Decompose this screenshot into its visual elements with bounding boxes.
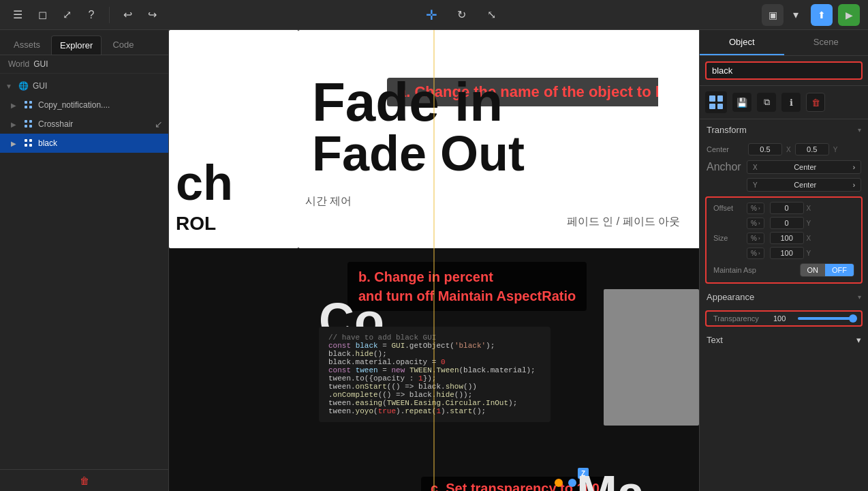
- center-x-input[interactable]: [748, 143, 782, 155]
- transform-section-header[interactable]: Transform ▾: [700, 119, 868, 140]
- appearance-red-section: Transparency 100: [705, 310, 863, 327]
- dots-icon: [22, 136, 35, 150]
- appearance-section-header[interactable]: Appearance ▾: [700, 286, 868, 308]
- size-y-pct-symbol: %: [751, 250, 757, 257]
- size-y-input[interactable]: [770, 247, 804, 259]
- layout-button[interactable]: ▣: [762, 4, 784, 26]
- canvas-area: ch ROL a. Change the name of the object …: [169, 30, 699, 491]
- offset-y-row: % › Y: [707, 215, 861, 230]
- code-line-comment: // have to add black GUI: [328, 333, 541, 342]
- tab-code[interactable]: Code: [104, 35, 142, 55]
- world-row: World GUI: [0, 55, 168, 74]
- expand-icon[interactable]: ▶: [11, 140, 22, 147]
- transparency-row: Transparency 100: [707, 312, 861, 325]
- right-panel: Object Scene 💾 ⧉ ℹ 🗑 Transform ▾ Center …: [699, 30, 868, 491]
- tab-object[interactable]: Object: [700, 30, 784, 55]
- toolbar: ☰ ◻ ⤢ ? ↩ ↪ ✛ ↻ ⤡ ▣ ▾ ⬆ ▶: [0, 0, 868, 30]
- offset-pct-badge[interactable]: % ›: [747, 203, 764, 214]
- globe-icon: 🌐: [16, 79, 30, 93]
- info-icon-btn[interactable]: ℹ: [781, 93, 801, 112]
- pct-symbol-2: %: [751, 220, 757, 227]
- size-y-axis: Y: [807, 250, 811, 257]
- offset-y-pct-badge[interactable]: % ›: [747, 218, 764, 229]
- offset-x-axis: X: [807, 205, 811, 212]
- anchor-y-select[interactable]: Y Center ›: [747, 178, 861, 192]
- tab-assets[interactable]: Assets: [5, 35, 48, 55]
- size-y-row: % › Y: [707, 246, 861, 261]
- anchor-x-select[interactable]: X Center ›: [747, 160, 861, 174]
- camera-icon[interactable]: ◻: [33, 5, 52, 25]
- size-y-pct-badge[interactable]: % ›: [747, 248, 764, 259]
- shrink-icon[interactable]: ⤡: [482, 5, 501, 25]
- blue-dot: [568, 479, 576, 487]
- tree-label-crosshair: Crosshair: [38, 119, 73, 129]
- crosshair-arrow: ↙: [155, 119, 163, 130]
- redo-button[interactable]: ↪: [142, 5, 161, 25]
- size-x-row: Size % › X: [707, 230, 861, 246]
- pct-y-chevron: ›: [758, 220, 760, 226]
- left-tabs: Assets Explorer Code: [0, 30, 168, 55]
- chevron-down-icon[interactable]: ▾: [786, 5, 805, 25]
- world-label: World: [8, 59, 29, 69]
- canvas-sigan: 시간 제어: [305, 194, 352, 209]
- expand-icon[interactable]: ⤢: [57, 5, 76, 25]
- publish-button[interactable]: ⬆: [811, 4, 833, 26]
- name-input[interactable]: [705, 61, 863, 80]
- dots-icon: [22, 117, 35, 131]
- refresh-icon[interactable]: ↻: [452, 5, 471, 25]
- transparency-slider-fill: [798, 317, 854, 320]
- copy-icon-btn[interactable]: ⧉: [757, 93, 776, 112]
- save-icon-btn[interactable]: 💾: [732, 93, 751, 112]
- expand-icon[interactable]: ▶: [11, 102, 22, 109]
- maintain-toggle[interactable]: ON OFF: [800, 263, 855, 277]
- canvas-korean: 페이드 인 / 페이드 아웃: [567, 215, 680, 229]
- transparency-slider-track[interactable]: [798, 317, 854, 320]
- size-x-input[interactable]: [770, 232, 804, 244]
- offset-y-input[interactable]: [770, 217, 804, 229]
- x-axis-label: X: [786, 146, 791, 153]
- code-line-2: black.hide();: [328, 350, 541, 358]
- expand-icon[interactable]: ▶: [11, 121, 22, 128]
- offset-x-row: Offset % › X: [707, 200, 861, 215]
- text-chevron: ▾: [856, 335, 861, 345]
- transform-red-section: Offset % › X % › Y Size: [705, 196, 863, 284]
- offset-x-input[interactable]: [770, 202, 804, 214]
- anchor-x-chevron: ›: [853, 164, 855, 171]
- tab-explorer[interactable]: Explorer: [51, 35, 102, 55]
- appearance-label: Appearance: [707, 292, 754, 302]
- code-line-8: tween.easing(TWEEN.Easing.Circular.InOut…: [328, 399, 541, 407]
- tree-item-copy-notification[interactable]: ▶ Copy_notification....: [0, 95, 168, 115]
- appearance-chevron: ▾: [858, 293, 861, 301]
- code-line-3: black.material.opacity = 0: [328, 358, 541, 366]
- tree-item-gui[interactable]: ▼ 🌐 GUI: [0, 76, 168, 95]
- tree-item-black[interactable]: ▶ black: [0, 134, 168, 153]
- anchor-x-axis: X: [753, 164, 758, 171]
- code-line-7: .onComplete(() => black.hide());: [328, 391, 541, 399]
- toggle-off[interactable]: OFF: [825, 264, 854, 276]
- transparency-slider-thumb[interactable]: [849, 314, 857, 323]
- play-button[interactable]: ▶: [838, 4, 860, 26]
- tree-label-gui: GUI: [33, 81, 47, 91]
- trash-icon[interactable]: 🗑: [80, 475, 89, 486]
- text-section-header[interactable]: Text ▾: [700, 329, 868, 351]
- tab-scene[interactable]: Scene: [784, 30, 869, 55]
- tree-label-black: black: [38, 138, 57, 148]
- toggle-on[interactable]: ON: [801, 264, 826, 276]
- orange-dot: [555, 479, 563, 487]
- code-line-4: const tween = new TWEEN.Tween(black.mate…: [328, 366, 541, 374]
- help-icon[interactable]: ?: [82, 5, 101, 25]
- undo-button[interactable]: ↩: [118, 5, 137, 25]
- grid-icon: [705, 91, 727, 113]
- canvas-fade-out: Fade Out: [312, 125, 525, 181]
- maintain-label: Maintain Asp: [713, 266, 794, 274]
- delete-icon-btn[interactable]: 🗑: [806, 93, 825, 112]
- size-pct-badge[interactable]: % ›: [747, 233, 764, 244]
- expand-icon[interactable]: ▼: [5, 83, 16, 90]
- separator: [109, 7, 110, 23]
- tree-item-crosshair[interactable]: ▶ Crosshair ↙: [0, 115, 168, 134]
- anchor-label: Anchor: [707, 161, 744, 173]
- menu-icon[interactable]: ☰: [8, 5, 27, 25]
- tree-container: ▼ 🌐 GUI ▶ Copy_notification.... ▶ Crossh…: [0, 74, 168, 469]
- center-y-input[interactable]: [795, 143, 829, 155]
- move-icon[interactable]: ✛: [422, 5, 441, 25]
